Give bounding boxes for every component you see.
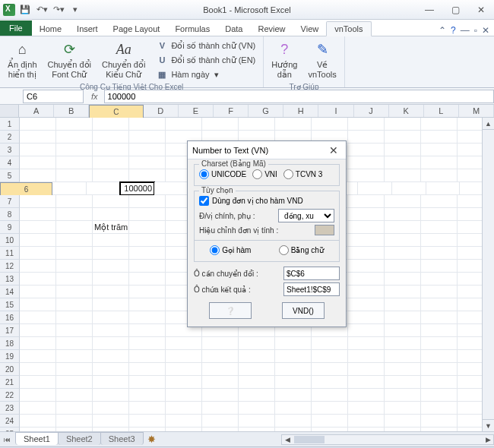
radio-call-func[interactable]: Gọi hàm: [210, 245, 251, 255]
dialog-help-button[interactable]: ❔: [209, 302, 252, 319]
col-header-E[interactable]: E: [179, 105, 214, 117]
sheet-tab-3[interactable]: Sheet3: [100, 432, 144, 445]
cell-F23[interactable]: [202, 402, 239, 415]
cell-L16[interactable]: [421, 311, 458, 324]
row-header-8[interactable]: 8: [0, 208, 20, 221]
cell-C6[interactable]: 100000: [120, 182, 154, 195]
cell-L18[interactable]: [421, 337, 458, 350]
suffix-swatch[interactable]: [315, 225, 334, 235]
cell-K4[interactable]: [385, 156, 421, 169]
cell-K14[interactable]: [385, 286, 421, 298]
row-header-12[interactable]: 12: [0, 260, 20, 273]
cell-K7[interactable]: [385, 195, 421, 208]
cell-B14[interactable]: [56, 286, 93, 298]
cell-L7[interactable]: [421, 195, 458, 208]
cell-G21[interactable]: [239, 376, 275, 389]
sheet-tab-1[interactable]: Sheet1: [15, 432, 59, 445]
cell-B6[interactable]: [87, 182, 121, 195]
cell-C20[interactable]: [93, 363, 129, 376]
cell-D19[interactable]: [129, 350, 166, 363]
cell-C9[interactable]: Một trăm ngàn đồng: [93, 221, 129, 234]
cell-G23[interactable]: [239, 402, 275, 415]
cell-C18[interactable]: [93, 337, 129, 350]
cell-D14[interactable]: [129, 286, 166, 298]
horizontal-scrollbar[interactable]: ◀▶: [281, 434, 494, 445]
dst-cell-input[interactable]: [283, 282, 340, 296]
cell-D16[interactable]: [129, 311, 166, 324]
doc-min-icon[interactable]: —: [461, 25, 470, 36]
row-header-22[interactable]: 22: [0, 389, 20, 402]
cell-C13[interactable]: [93, 273, 129, 286]
cell-E21[interactable]: [166, 376, 202, 389]
cell-D1[interactable]: [129, 118, 166, 131]
tab-insert[interactable]: Insert: [69, 22, 106, 36]
cell-I18[interactable]: [312, 337, 348, 350]
cell-I20[interactable]: [312, 363, 348, 376]
cell-G20[interactable]: [239, 363, 275, 376]
cell-C4[interactable]: [93, 156, 129, 169]
col-header-F[interactable]: F: [214, 105, 249, 117]
cell-C2[interactable]: [93, 131, 129, 144]
cell-K10[interactable]: [385, 234, 421, 247]
cell-H20[interactable]: [275, 363, 312, 376]
cell-J24[interactable]: [348, 415, 385, 427]
cell-L19[interactable]: [421, 350, 458, 363]
cell-C24[interactable]: [93, 415, 129, 427]
cell-J22[interactable]: [348, 389, 385, 402]
cell-K15[interactable]: [385, 298, 421, 311]
select-all-corner[interactable]: [0, 105, 19, 117]
cell-C10[interactable]: [93, 234, 129, 247]
cell-J20[interactable]: [348, 363, 385, 376]
cell-F20[interactable]: [202, 363, 239, 376]
dialog-ok-button[interactable]: VND(): [282, 302, 325, 319]
cell-D20[interactable]: [129, 363, 166, 376]
cell-H23[interactable]: [275, 402, 312, 415]
maximize-button[interactable]: ▢: [442, 2, 468, 17]
cell-D18[interactable]: [129, 337, 166, 350]
cell-L13[interactable]: [421, 273, 458, 286]
cell-J6[interactable]: [358, 182, 392, 195]
radio-unicode[interactable]: UNICODE: [199, 169, 246, 179]
cell-L21[interactable]: [421, 376, 458, 389]
cell-E18[interactable]: [166, 337, 202, 350]
checkbox-use-unit[interactable]: Dùng đơn vị cho hàm VND: [199, 196, 334, 206]
save-icon[interactable]: 💾: [18, 3, 32, 17]
cell-G1[interactable]: [239, 118, 275, 131]
cell-K23[interactable]: [385, 402, 421, 415]
cell-A8[interactable]: [20, 208, 56, 221]
cell-G24[interactable]: [239, 415, 275, 427]
cell-B18[interactable]: [56, 337, 93, 350]
cell-I1[interactable]: [312, 118, 348, 131]
cell-C15[interactable]: [93, 298, 129, 311]
row-header-3[interactable]: 3: [0, 144, 20, 156]
cell-J2[interactable]: [348, 131, 385, 144]
tab-home[interactable]: Home: [32, 22, 69, 36]
scroll-up-icon[interactable]: ▲: [483, 118, 494, 130]
cell-F24[interactable]: [202, 415, 239, 427]
cell-L2[interactable]: [421, 131, 458, 144]
doc-restore-icon[interactable]: ▫: [474, 25, 477, 36]
tab-formulas[interactable]: Formulas: [167, 22, 217, 36]
cell-J14[interactable]: [348, 286, 385, 298]
cell-C3[interactable]: [93, 144, 129, 156]
cell-I22[interactable]: [312, 389, 348, 402]
cell-J10[interactable]: [348, 234, 385, 247]
col-header-B[interactable]: B: [54, 105, 89, 117]
new-sheet-icon[interactable]: ✸: [143, 434, 160, 445]
cell-B15[interactable]: [56, 298, 93, 311]
btn-convert-font[interactable]: ⟳Chuyển đổi Font Chữ: [45, 39, 94, 81]
cell-A11[interactable]: [20, 247, 56, 260]
cell-A17[interactable]: [20, 324, 56, 337]
cell-H18[interactable]: [275, 337, 312, 350]
cell-B10[interactable]: [56, 234, 93, 247]
name-box[interactable]: C6: [23, 90, 84, 103]
col-header-G[interactable]: G: [249, 105, 283, 117]
cell-B9[interactable]: [56, 221, 93, 234]
cell-L1[interactable]: [421, 118, 458, 131]
cell-C12[interactable]: [93, 260, 129, 273]
cell-K13[interactable]: [385, 273, 421, 286]
tab-page-layout[interactable]: Page Layout: [106, 22, 168, 36]
cell-B2[interactable]: [56, 131, 93, 144]
cell-A10[interactable]: [20, 234, 56, 247]
cell-L8[interactable]: [421, 208, 458, 221]
